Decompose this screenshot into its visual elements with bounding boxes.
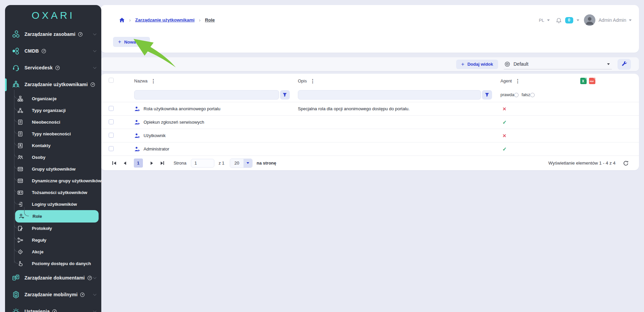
- svg-text:PDF: PDF: [590, 80, 594, 82]
- add-view-button[interactable]: + Dodaj widok: [456, 60, 498, 69]
- role-icon: [134, 133, 140, 139]
- refresh-icon[interactable]: [623, 160, 629, 166]
- breadcrumb-separator: ›: [129, 17, 131, 23]
- sidebar-item-servicedesk[interactable]: Servicedesk: [5, 59, 101, 76]
- agent-status: ✕: [492, 106, 570, 112]
- column-menu-icon[interactable]: ⋮: [515, 78, 520, 83]
- language-selector[interactable]: PL: [539, 18, 550, 23]
- table-row[interactable]: Rola użytkownika anonimowego portalu Spe…: [101, 102, 639, 115]
- sidebar-item-user-groups[interactable]: Grupy użytkowników: [5, 163, 101, 175]
- view-icon: [504, 61, 510, 67]
- user-menu-chevron-icon[interactable]: [629, 19, 632, 21]
- sidebar-item-label: CMDB: [24, 48, 39, 54]
- new-role-button[interactable]: + Nowa rola: [113, 37, 150, 47]
- row-checkbox[interactable]: [109, 106, 114, 111]
- sidebar-item-absences[interactable]: Nieobecności: [5, 116, 101, 128]
- new-role-button-label: Nowa rola: [124, 40, 145, 45]
- name-filter-input[interactable]: [134, 90, 279, 100]
- page-number-button[interactable]: 1: [134, 159, 143, 168]
- page-number-input[interactable]: [191, 159, 214, 168]
- sidebar-item-protocols[interactable]: Protokoły: [5, 223, 101, 234]
- sidebar-item-people[interactable]: Osoby: [5, 151, 101, 163]
- header-card: › Zarządzanie użytkownikami › Role PL 0 …: [101, 5, 639, 53]
- view-selector[interactable]: Default: [504, 59, 612, 69]
- sidebar-item-organizations[interactable]: Organizacje: [5, 93, 101, 105]
- sidebar-item-rules[interactable]: Reguły: [5, 234, 101, 246]
- gauge-icon: [80, 292, 85, 297]
- next-page-button[interactable]: [151, 162, 153, 165]
- settings-icon: [12, 307, 20, 312]
- actions-icon: [17, 249, 23, 255]
- avatar[interactable]: [584, 14, 595, 26]
- column-menu-icon[interactable]: ⋮: [151, 78, 156, 83]
- sidebar-item-mobile-management[interactable]: Zarządzanie mobilnymi: [5, 286, 101, 303]
- cmdb-icon: [12, 47, 20, 55]
- sidebar-item-settings[interactable]: Ustawienia: [5, 303, 101, 312]
- sidebar-item-user-management[interactable]: Zarządzanie użytkownikami: [5, 76, 101, 93]
- sidebar-item-absence-types[interactable]: Typy nieobecności: [5, 128, 101, 140]
- sidebar-item-label: Kontakty: [32, 143, 51, 148]
- role-name: Rola użytkownika anonimowego portalu: [144, 106, 220, 111]
- notifications-chevron-icon[interactable]: [577, 19, 579, 21]
- name-filter-funnel-icon[interactable]: [280, 90, 290, 100]
- sidebar-item-document-management[interactable]: Zarządzanie dokumentami: [5, 269, 101, 286]
- sidebar-item-label: Servicedesk: [24, 65, 53, 70]
- chevron-down-icon: [547, 19, 550, 21]
- protocols-icon: [17, 226, 23, 231]
- notification-count-badge[interactable]: 0: [565, 17, 573, 23]
- row-checkbox[interactable]: [109, 146, 114, 151]
- sidebar-item-roles[interactable]: Role: [15, 210, 99, 223]
- breadcrumb-current-roles[interactable]: Role: [205, 17, 215, 22]
- description-filter-input[interactable]: [298, 90, 481, 100]
- previous-page-button[interactable]: [124, 162, 126, 165]
- table-row[interactable]: Opiekun zgłoszeń serwisowych ✓: [101, 115, 639, 129]
- chevron-down-icon: [93, 293, 97, 296]
- sidebar-item-asset-management[interactable]: Zarządzanie zasobami: [5, 26, 101, 43]
- sidebar: OXARI Zarządzanie zasobami CMDB Serviced…: [5, 5, 101, 312]
- sidebar-item-organization-types[interactable]: Typy organizacji: [5, 105, 101, 116]
- user-menu[interactable]: Admin Admin: [599, 17, 626, 23]
- items-summary: Wyświetlanie elementów 1 - 4 z 4: [548, 161, 615, 166]
- gauge-icon: [41, 49, 46, 54]
- table-row[interactable]: Administrator ✓: [101, 142, 639, 155]
- sidebar-item-cmdb[interactable]: CMDB: [5, 43, 101, 59]
- sidebar-item-label: Grupy użytkowników: [32, 167, 75, 172]
- last-page-button[interactable]: [161, 161, 164, 165]
- notifications-bell-icon[interactable]: [556, 17, 562, 23]
- sidebar-item-label: Zarządzanie użytkownikami: [24, 82, 88, 87]
- sidebar-item-user-logins[interactable]: Loginy użytkowników: [5, 198, 101, 210]
- export-pdf-icon[interactable]: PDF: [589, 78, 595, 84]
- select-all-checkbox[interactable]: [109, 78, 114, 83]
- first-page-button[interactable]: [112, 161, 116, 165]
- page-size-value: 20: [230, 159, 244, 168]
- sidebar-item-user-identities[interactable]: Tożsamości użytkowników: [5, 187, 101, 198]
- table-row[interactable]: Użytkownik ✕: [101, 129, 639, 142]
- sidebar-item-contacts[interactable]: Kontakty: [5, 140, 101, 151]
- pagination: 1 Strona z 1 20 na stronę Wyświetlanie e…: [101, 155, 639, 170]
- customize-view-button[interactable]: [618, 59, 631, 70]
- user-management-icon: [12, 80, 20, 89]
- sidebar-item-dynamic-user-groups[interactable]: Dynamiczne grupy użytkowników: [5, 175, 101, 187]
- description-filter-funnel-icon[interactable]: [482, 90, 492, 100]
- home-icon[interactable]: [119, 17, 125, 23]
- organizations-icon: [17, 96, 23, 102]
- breadcrumb-link-user-management[interactable]: Zarządzanie użytkownikami: [135, 17, 195, 22]
- sidebar-item-label: Zarządzanie dokumentami: [24, 275, 85, 280]
- brand-logo[interactable]: OXARI: [5, 5, 101, 26]
- column-menu-icon[interactable]: ⋮: [310, 78, 315, 83]
- row-checkbox[interactable]: [109, 119, 114, 124]
- role-name: Opiekun zgłoszeń serwisowych: [144, 120, 204, 125]
- sidebar-item-actions[interactable]: Akcje: [5, 246, 101, 258]
- page-size-selector[interactable]: 20: [230, 159, 253, 168]
- column-header-description: Opis: [298, 78, 307, 83]
- breadcrumb-separator: ›: [199, 17, 201, 23]
- view-selector-value: Default: [514, 61, 528, 67]
- export-excel-icon[interactable]: X: [580, 78, 587, 84]
- row-checkbox[interactable]: [109, 133, 114, 138]
- agent-filter-true-radio[interactable]: [514, 93, 519, 97]
- sidebar-item-data-access-levels[interactable]: Poziomy dostępu do danych: [5, 258, 101, 269]
- user-identities-icon: [17, 190, 23, 195]
- sidebar-item-label: Tożsamości użytkowników: [32, 190, 87, 195]
- agent-filter-true-label: prawda: [500, 92, 514, 97]
- agent-filter-false-radio[interactable]: [530, 93, 535, 97]
